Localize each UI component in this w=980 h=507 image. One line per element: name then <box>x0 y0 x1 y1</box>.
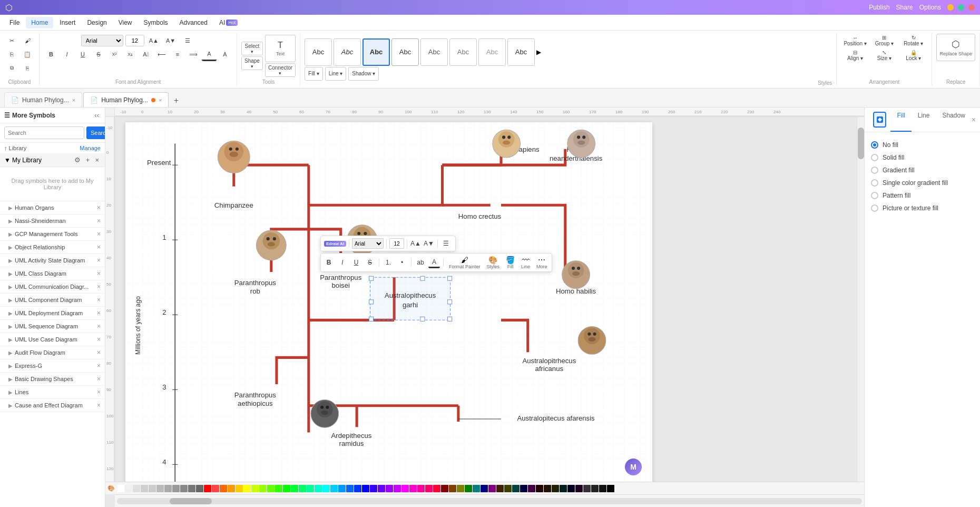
edraw-ai-badge[interactable]: Edraw AI <box>324 241 346 247</box>
style-box-2[interactable]: Abc <box>334 38 361 66</box>
sidebar-item[interactable]: ▶ UML Use Case Diagram × <box>0 333 105 346</box>
ctx-font-color-mini[interactable]: A <box>428 257 440 268</box>
list-btn[interactable]: ≡ <box>170 47 185 61</box>
sidebar-item[interactable]: ▶ Object Relationship × <box>0 241 105 254</box>
ctx-strikethrough[interactable]: S <box>364 257 376 268</box>
color-swatch[interactable] <box>441 485 448 492</box>
style-box-5[interactable]: Abc <box>420 38 448 66</box>
menu-file[interactable]: File <box>4 17 25 28</box>
sidebar-item-remove[interactable]: × <box>97 257 101 264</box>
color-swatch[interactable] <box>259 485 267 492</box>
color-swatch[interactable] <box>520 485 527 492</box>
color-swatch[interactable] <box>196 485 203 492</box>
fill-option[interactable]: Picture or texture fill <box>871 202 974 214</box>
ctx-italic[interactable]: I <box>337 257 348 268</box>
font-name-select[interactable]: Arial <box>81 35 123 46</box>
align2-btn[interactable]: ⟵ <box>154 47 169 61</box>
font-size-input[interactable] <box>125 35 144 46</box>
color-swatch[interactable] <box>465 485 472 492</box>
text-btn[interactable]: T Text <box>265 35 296 62</box>
color-swatch[interactable] <box>386 485 393 492</box>
color-swatch[interactable] <box>401 485 409 492</box>
sidebar-item-remove[interactable]: × <box>97 362 101 369</box>
color-swatch[interactable] <box>299 485 306 492</box>
menu-symbols[interactable]: Symbols <box>139 17 173 28</box>
color-swatch[interactable] <box>236 485 243 492</box>
color-swatch[interactable] <box>291 485 298 492</box>
library-close-btn[interactable]: × <box>93 155 101 164</box>
menu-home[interactable]: Home <box>26 17 53 28</box>
sidebar-item[interactable]: ▶ UML Class Diagram × <box>0 267 105 280</box>
ctx-line[interactable]: 〰 Line <box>519 255 532 270</box>
color-swatch[interactable] <box>567 485 575 492</box>
sidebar-item-remove[interactable]: × <box>97 230 101 238</box>
color-swatch[interactable] <box>180 485 188 492</box>
library-add-btn[interactable]: + <box>84 155 92 164</box>
fill-option[interactable]: Pattern fill <box>871 189 974 202</box>
highlight-btn[interactable]: A <box>218 47 232 61</box>
tab-line[interactable]: Line <box>912 108 936 132</box>
color-swatch[interactable] <box>449 485 456 492</box>
ctx-list-ordered[interactable]: 1. <box>383 257 394 268</box>
color-swatch[interactable] <box>133 485 140 492</box>
maximize-btn[interactable] <box>958 4 964 11</box>
color-swatch[interactable] <box>141 485 148 492</box>
paste2-btn[interactable]: ⎘ <box>20 61 35 75</box>
indent-btn[interactable]: ⟹ <box>186 47 201 61</box>
sidebar-item[interactable]: ▶ Basic Drawing Shapes × <box>0 373 105 386</box>
color-swatch[interactable] <box>315 485 322 492</box>
sidebar-item-remove[interactable]: × <box>97 270 101 277</box>
superscript-btn[interactable]: X² <box>107 47 122 61</box>
color-swatch[interactable] <box>575 485 583 492</box>
color-swatch[interactable] <box>536 485 543 492</box>
color-swatch[interactable] <box>496 485 504 492</box>
sidebar-item-remove[interactable]: × <box>97 204 101 211</box>
menu-view[interactable]: View <box>113 17 138 28</box>
ctx-decrease-font[interactable]: A▼ <box>423 238 435 249</box>
format-painter-btn[interactable]: 🖌 <box>20 34 35 47</box>
color-swatch[interactable] <box>560 485 567 492</box>
sidebar-item-remove[interactable]: × <box>97 217 101 225</box>
fill-option[interactable]: Solid fill <box>871 151 974 164</box>
sidebar-item-remove[interactable]: × <box>97 388 101 396</box>
color-swatch[interactable] <box>204 485 211 492</box>
color-swatch[interactable] <box>504 485 512 492</box>
right-panel-close[interactable]: × <box>972 108 976 132</box>
sidebar-item[interactable]: ▶ Express-G × <box>0 359 105 373</box>
ctx-fill[interactable]: 🪣 Fill <box>504 255 517 270</box>
fill-btn[interactable]: Fill ▾ <box>305 67 323 81</box>
sidebar-item[interactable]: ▶ UML Communication Diagr... × <box>0 280 105 294</box>
clear-format-btn[interactable]: A⃠ <box>139 47 153 61</box>
color-swatch[interactable] <box>164 485 172 492</box>
copy2-btn[interactable]: ⧉ <box>4 61 19 75</box>
paste-btn[interactable]: 📋 <box>20 47 35 61</box>
sidebar-item[interactable]: ▶ Nassi-Shneiderman × <box>0 214 105 228</box>
menu-design[interactable]: Design <box>82 17 112 28</box>
tab-1[interactable]: 📄 Human Phylog... × <box>4 92 82 107</box>
minimize-btn[interactable] <box>947 4 954 11</box>
sidebar-item-remove[interactable]: × <box>97 349 101 356</box>
color-swatch[interactable] <box>552 485 559 492</box>
scroll-thumb[interactable] <box>170 498 212 504</box>
color-swatch[interactable] <box>172 485 180 492</box>
color-swatch[interactable] <box>220 485 227 492</box>
style-box-8[interactable]: Abc <box>507 38 535 66</box>
sidebar-item-remove[interactable]: × <box>97 323 101 330</box>
color-swatch[interactable] <box>457 485 464 492</box>
sidebar-item-remove[interactable]: × <box>97 336 101 343</box>
lock-btn[interactable]: 🔒 Lock ▾ <box>899 48 927 62</box>
color-swatch[interactable] <box>433 485 440 492</box>
ctx-more[interactable]: ⋯ More <box>534 255 550 270</box>
position-btn[interactable]: ↔ Position ▾ <box>841 34 869 47</box>
sidebar-item[interactable]: ▶ UML Activity State Diagram × <box>0 254 105 267</box>
styles-scroll[interactable]: ▶ <box>536 38 545 66</box>
color-swatch[interactable] <box>212 485 219 492</box>
color-swatch[interactable] <box>346 485 354 492</box>
share-btn[interactable]: Share <box>896 4 913 11</box>
manage-label[interactable]: Manage <box>80 145 101 151</box>
ctx-format-painter[interactable]: 🖌 Format Painter <box>447 255 483 270</box>
color-swatch[interactable] <box>322 485 330 492</box>
fill-option[interactable]: Single color gradient fill <box>871 177 974 189</box>
connector-btn[interactable]: Connector ▾ <box>265 63 296 77</box>
color-swatch[interactable] <box>488 485 496 492</box>
